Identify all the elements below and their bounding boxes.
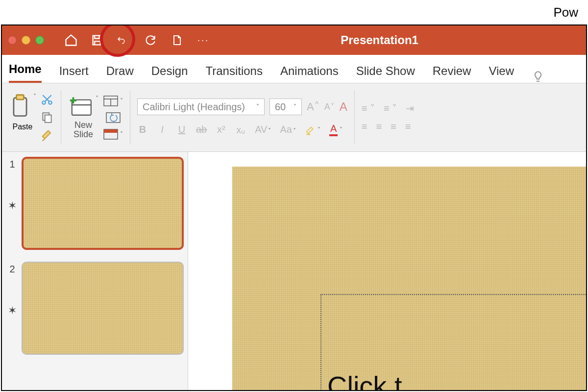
save-icon[interactable]	[90, 33, 105, 48]
italic-button[interactable]: I	[157, 124, 168, 135]
tab-animations[interactable]: Animations	[280, 64, 339, 83]
slide-thumbnail-1[interactable]	[22, 157, 184, 250]
group-separator	[130, 91, 130, 145]
strikethrough-button[interactable]: ab	[196, 124, 207, 135]
chevron-down-icon[interactable]: ˅	[128, 37, 131, 44]
section-button[interactable]: ˅	[103, 128, 123, 140]
format-painter-button[interactable]	[40, 128, 54, 142]
tab-design[interactable]: Design	[151, 64, 188, 83]
title-placeholder-text: Click t	[327, 370, 402, 391]
slide-number: 2	[9, 264, 15, 275]
powerpoint-window: ˅ ··· Presentation1 Home Insert Draw Des…	[1, 24, 587, 391]
ribbon-tabs: Home Insert Draw Design Transitions Anim…	[2, 55, 586, 83]
svg-rect-10	[104, 129, 118, 133]
paste-label: Paste	[13, 122, 33, 131]
minimize-window-button[interactable]	[22, 36, 30, 45]
tell-me-icon[interactable]	[532, 70, 544, 83]
more-icon[interactable]: ···	[196, 33, 211, 48]
change-case-button[interactable]: Aa˅	[280, 124, 295, 135]
indent-button[interactable]: ⇥	[406, 102, 414, 114]
tab-transitions[interactable]: Transitions	[205, 64, 262, 83]
group-separator	[354, 91, 355, 145]
close-window-button[interactable]	[8, 36, 17, 45]
undo-icon[interactable]: ˅	[117, 33, 131, 48]
new-file-icon[interactable]	[170, 33, 184, 48]
svg-rect-1	[17, 95, 24, 99]
highlight-button[interactable]: ˅	[305, 124, 320, 135]
title-placeholder[interactable]: Click t	[320, 294, 586, 391]
bold-button[interactable]: B	[137, 124, 148, 135]
svg-rect-0	[14, 98, 26, 116]
home-icon[interactable]	[64, 33, 78, 48]
paste-button[interactable]: ˅	[9, 93, 36, 121]
redo-icon[interactable]	[143, 33, 158, 48]
justify-button[interactable]: ≡	[405, 121, 411, 132]
tab-home[interactable]: Home	[9, 62, 42, 83]
font-size-value: 60	[275, 101, 286, 113]
align-left-button[interactable]: ≡	[362, 121, 368, 132]
current-slide[interactable]: Click t	[232, 167, 586, 391]
ribbon-home: ˅ Paste ˅	[2, 83, 586, 152]
font-name-select[interactable]: Calibri Light (Headings)˅	[137, 98, 265, 115]
app-name-partial: Pow	[553, 5, 578, 20]
tab-view[interactable]: View	[489, 64, 514, 83]
align-right-button[interactable]: ≡	[391, 121, 396, 132]
title-bar: ˅ ··· Presentation1	[2, 25, 586, 55]
superscript-button[interactable]: x²	[216, 124, 226, 135]
slide-thumbnail-2[interactable]	[22, 262, 184, 355]
copy-button[interactable]	[40, 111, 54, 123]
layout-button[interactable]: ˅	[103, 95, 123, 107]
reset-slide-button[interactable]	[103, 112, 123, 123]
new-slide-label: New Slide	[74, 121, 93, 140]
workspace: 1 ✶ 2 ✶ Click t	[2, 152, 586, 391]
tab-review[interactable]: Review	[433, 64, 471, 83]
thumbnail-row[interactable]: 1 ✶	[6, 157, 184, 250]
underline-button[interactable]: U	[176, 124, 187, 135]
bullets-button[interactable]: ≡ ˅	[362, 102, 375, 114]
font-size-select[interactable]: 60˅	[270, 98, 302, 115]
animation-star-icon: ✶	[8, 199, 17, 212]
chevron-down-icon[interactable]: ˅	[33, 93, 36, 100]
numbering-button[interactable]: ≡ ˅	[384, 102, 397, 114]
decrease-font-button[interactable]: A˅	[324, 101, 335, 112]
chevron-down-icon[interactable]: ˅	[96, 95, 98, 102]
slide-canvas-area[interactable]: Click t	[188, 152, 586, 391]
clear-format-button[interactable]: A	[340, 100, 347, 114]
zoom-window-button[interactable]	[35, 36, 44, 45]
tab-draw[interactable]: Draw	[106, 64, 134, 83]
thumbnail-row[interactable]: 2 ✶	[6, 262, 184, 355]
window-controls	[8, 36, 44, 45]
svg-rect-6	[72, 99, 91, 115]
tab-slide-show[interactable]: Slide Show	[356, 64, 415, 83]
tab-insert[interactable]: Insert	[59, 64, 89, 83]
parent-window-strip: Pow	[0, 0, 588, 24]
font-color-button[interactable]: A˅	[329, 123, 343, 136]
font-name-value: Calibri Light (Headings)	[143, 101, 245, 113]
subscript-button[interactable]: xᵤ	[235, 124, 246, 136]
align-center-button[interactable]: ≡	[376, 121, 382, 132]
increase-font-button[interactable]: A˄	[307, 100, 319, 113]
cut-button[interactable]	[40, 93, 54, 106]
slide-number: 1	[9, 159, 15, 170]
char-spacing-button[interactable]: AV˅	[255, 124, 271, 135]
document-title: Presentation1	[341, 33, 418, 47]
animation-star-icon: ✶	[8, 304, 17, 317]
quick-access-toolbar: ˅ ···	[64, 33, 211, 48]
svg-rect-5	[45, 115, 51, 122]
group-separator	[61, 91, 61, 145]
new-slide-button[interactable]: ˅	[68, 95, 98, 119]
slide-thumbnail-panel[interactable]: 1 ✶ 2 ✶	[2, 152, 188, 391]
